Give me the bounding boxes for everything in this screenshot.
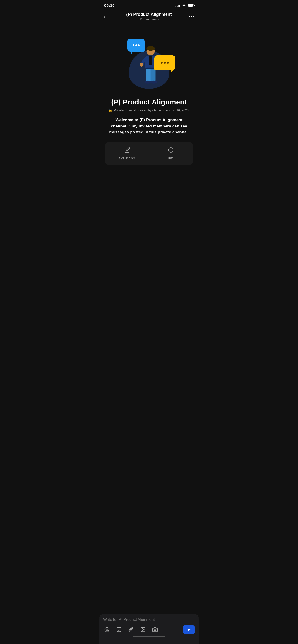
battery-icon bbox=[188, 4, 194, 8]
info-label: Info bbox=[168, 156, 174, 160]
channel-name-heading: (P) Product Alignment bbox=[111, 98, 187, 106]
set-header-button[interactable]: Set Header bbox=[105, 142, 149, 164]
svg-point-7 bbox=[145, 80, 151, 84]
status-bar: 09:10 bbox=[99, 0, 199, 10]
more-options-button[interactable]: ••• bbox=[186, 14, 195, 20]
chat-bubble-right bbox=[154, 55, 175, 70]
svg-point-8 bbox=[151, 80, 157, 84]
back-button[interactable]: ‹ bbox=[103, 13, 112, 20]
nav-bar: ‹ (P) Product Alignment 11 members › ••• bbox=[99, 10, 199, 24]
channel-illustration bbox=[120, 34, 178, 91]
svg-point-1 bbox=[146, 46, 155, 51]
member-count[interactable]: 11 members › bbox=[112, 18, 186, 21]
svg-point-4 bbox=[140, 63, 143, 66]
wifi-icon bbox=[182, 4, 186, 8]
lock-icon: 🔒 bbox=[108, 108, 112, 112]
channel-title: (P) Product Alignment bbox=[112, 12, 186, 17]
signal-icon bbox=[175, 5, 181, 7]
channel-meta: 🔒 Private Channel created by otable on A… bbox=[108, 108, 189, 112]
svg-rect-3 bbox=[149, 56, 152, 65]
chat-bubble-left bbox=[127, 38, 145, 52]
channel-description: Welcome to (P) Product Alignment channel… bbox=[105, 117, 193, 135]
status-time: 09:10 bbox=[104, 3, 114, 8]
channel-meta-text: Private Channel created by otable on Aug… bbox=[114, 108, 189, 112]
action-buttons: Set Header Info bbox=[105, 142, 193, 165]
info-button[interactable]: Info bbox=[149, 142, 193, 164]
pencil-icon bbox=[124, 147, 130, 154]
svg-rect-5 bbox=[146, 68, 151, 82]
status-icons bbox=[175, 4, 194, 8]
set-header-label: Set Header bbox=[119, 156, 135, 160]
nav-title-group: (P) Product Alignment 11 members › bbox=[112, 12, 186, 21]
info-icon bbox=[168, 147, 174, 154]
main-content: (P) Product Alignment 🔒 Private Channel … bbox=[99, 24, 199, 174]
